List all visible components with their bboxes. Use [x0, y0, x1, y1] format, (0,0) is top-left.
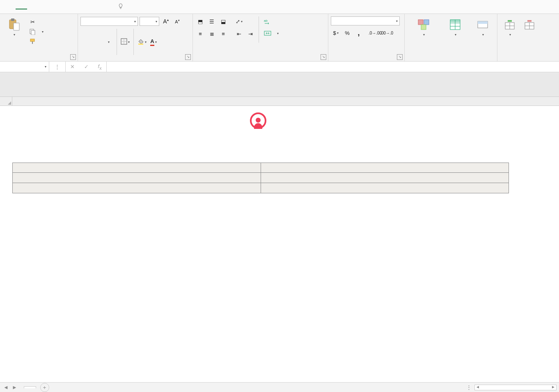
decrease-decimal-icon: .00→.0: [380, 31, 393, 35]
chevron-down-icon: ▾: [241, 20, 243, 23]
dialog-launcher-alignment[interactable]: ↘: [321, 54, 326, 60]
chevron-down-icon: ▾: [156, 20, 157, 23]
svg-rect-14: [424, 20, 429, 25]
company-label[interactable]: [12, 163, 261, 173]
group-label-font: [80, 59, 190, 61]
borders-button[interactable]: ▾: [120, 37, 130, 47]
svg-rect-20: [450, 20, 460, 22]
supervisor-label[interactable]: [12, 183, 261, 193]
dialog-launcher-number[interactable]: ↘: [397, 54, 403, 60]
chevron-down-icon: ▾: [145, 40, 147, 44]
cut-button[interactable]: ✂: [27, 17, 45, 26]
tab-insert[interactable]: [27, 5, 39, 9]
align-right-button[interactable]: ≡: [218, 29, 228, 39]
svg-text:ab: ab: [264, 19, 268, 23]
formula-input[interactable]: [107, 62, 559, 72]
group-label-alignment: [195, 59, 325, 61]
conditional-formatting-button[interactable]: ▾: [408, 16, 440, 37]
align-left-icon: ≡: [199, 31, 202, 37]
factorial-mark-icon: [250, 112, 266, 129]
dialog-launcher-font[interactable]: ↘: [185, 54, 191, 60]
currency-button[interactable]: $▾: [331, 28, 341, 38]
tab-view[interactable]: [85, 5, 96, 9]
increase-font-button[interactable]: A▴: [161, 16, 171, 26]
chevron-down-icon: ▾: [45, 65, 46, 69]
bold-button[interactable]: [80, 37, 90, 47]
select-all-corner[interactable]: [0, 97, 12, 105]
number-format-select[interactable]: ▾: [331, 16, 400, 25]
cell-styles-button[interactable]: ▾: [471, 16, 494, 37]
comma-icon: ,: [357, 29, 360, 37]
sheet-nav-prev[interactable]: ◄: [3, 384, 9, 390]
tab-data[interactable]: [62, 5, 73, 9]
group-label-styles: [407, 59, 495, 61]
horizontal-scrollbar[interactable]: [474, 385, 557, 390]
sheet-nav-next[interactable]: ►: [12, 384, 17, 390]
tell-me-search[interactable]: [117, 3, 127, 11]
underline-button[interactable]: ▾: [103, 37, 113, 47]
add-sheet-button[interactable]: ＋: [40, 383, 49, 392]
fx-icon[interactable]: fx: [98, 63, 102, 71]
align-middle-button[interactable]: ☰: [207, 16, 217, 26]
cancel-formula-button[interactable]: ✕: [70, 64, 75, 70]
merge-center-button[interactable]: ▾: [262, 29, 280, 38]
svg-rect-13: [418, 20, 423, 25]
align-bottom-button[interactable]: ⬓: [218, 16, 228, 26]
name-box[interactable]: ▾: [0, 62, 49, 72]
format-painter-button[interactable]: [27, 37, 45, 46]
decrease-indent-button[interactable]: ⇤: [234, 29, 244, 39]
comma-button[interactable]: ,: [354, 28, 364, 38]
align-center-icon: ≣: [210, 31, 214, 37]
align-center-button[interactable]: ≣: [207, 29, 217, 39]
increase-decimal-button[interactable]: .0→.00: [370, 28, 380, 38]
delete-cells-button[interactable]: [521, 16, 538, 32]
employee-label[interactable]: [12, 173, 261, 183]
align-right-icon: ≡: [222, 31, 225, 37]
tab-home[interactable]: [16, 4, 27, 9]
align-top-button[interactable]: ⬒: [195, 16, 205, 26]
group-number: ▾ $▾ % , .0→.00 .00→.0 ↘: [328, 14, 405, 61]
align-left-button[interactable]: ≡: [195, 29, 205, 39]
group-cells: ▾: [497, 14, 559, 61]
chevron-down-icon: ▾: [455, 33, 456, 37]
chevron-down-icon: ▾: [155, 40, 157, 44]
dialog-launcher-clipboard[interactable]: ↘: [70, 54, 76, 60]
accept-formula-button[interactable]: ✓: [84, 64, 89, 70]
insert-cells-button[interactable]: ▾: [500, 16, 520, 37]
chevron-down-icon: ▾: [42, 30, 44, 34]
fill-color-button[interactable]: ▾: [137, 37, 147, 47]
decrease-decimal-button[interactable]: .00→.0: [382, 28, 392, 38]
percent-icon: %: [345, 30, 350, 36]
font-size-select[interactable]: ▾: [140, 17, 159, 26]
copy-button[interactable]: ▾: [27, 27, 45, 36]
month-label[interactable]: [261, 173, 509, 183]
chevron-down-icon: ▾: [337, 31, 339, 35]
tab-page-layout[interactable]: [39, 5, 50, 9]
font-color-button[interactable]: A▾: [149, 37, 158, 47]
tab-formulas[interactable]: [50, 5, 62, 9]
format-as-table-button[interactable]: ▾: [442, 16, 469, 37]
tab-split-handle[interactable]: ⋮: [466, 384, 472, 390]
more-icon[interactable]: ⋮: [55, 64, 60, 70]
wrap-text-button[interactable]: ab: [262, 17, 280, 26]
group-font: ▾ ▾ A▴ A▾ ▾ ▾: [78, 14, 193, 61]
percent-button[interactable]: %: [342, 28, 352, 38]
increase-indent-button[interactable]: ⇥: [245, 29, 255, 39]
payroll-date-label[interactable]: [261, 163, 509, 173]
tab-help[interactable]: [96, 5, 108, 9]
paste-button[interactable]: ▾: [2, 16, 25, 37]
sheet-tab-active[interactable]: [24, 386, 36, 388]
font-name-select[interactable]: ▾: [80, 17, 138, 26]
wrap-text-icon: ab: [264, 18, 271, 25]
ribbon: ▾ ✂ ▾: [0, 14, 559, 62]
paintbrush-icon: [29, 38, 36, 45]
department-label[interactable]: [261, 183, 509, 193]
tab-file[interactable]: [4, 5, 16, 9]
header-spacer: [0, 72, 559, 97]
decrease-font-button[interactable]: A▾: [172, 16, 182, 26]
info-row-3: [12, 183, 509, 193]
svg-rect-15: [421, 25, 426, 30]
italic-button[interactable]: [92, 37, 102, 47]
orientation-button[interactable]: ⤢▾: [234, 16, 244, 26]
tab-review[interactable]: [73, 5, 85, 9]
